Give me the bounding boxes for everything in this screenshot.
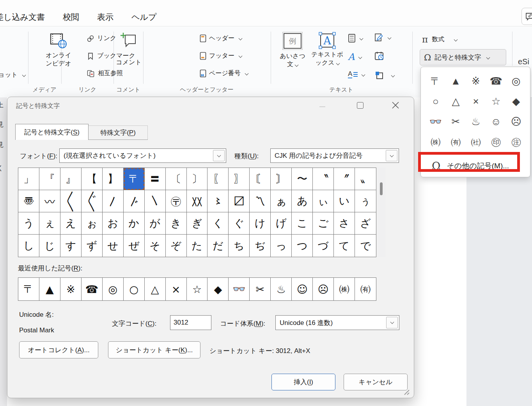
dropdown-symbol[interactable]: ☹ [506,111,526,132]
grid-cell[interactable]: 〕 [187,168,208,190]
grid-cell[interactable]: ぎ [187,212,208,235]
grid-cell[interactable]: 」 [18,168,39,190]
dropdown-symbol[interactable]: ✂ [446,111,466,132]
footer-button[interactable]: フッター [200,52,242,60]
menu-item[interactable]: 表示 [97,12,113,23]
dropdown-symbol[interactable]: ☎ [486,71,506,91]
partial-comment-button[interactable] [521,8,532,25]
grid-cell[interactable]: こ [292,212,313,235]
grid-cell[interactable]: つ [292,235,313,257]
recent-symbol-cell[interactable]: × [166,278,187,300]
grid-cell[interactable]: ち [229,235,250,257]
grid-cell[interactable]: 〳 [103,190,124,212]
grid-cell[interactable]: ぞ [166,235,187,257]
grid-cell[interactable]: 【 [82,168,103,190]
dropdown-symbol[interactable]: ☺ [486,111,506,132]
grid-cell[interactable]: ぐ [229,212,250,235]
grid-cell[interactable]: 〞 [334,168,355,190]
dropdown-symbol[interactable]: ㈲ [446,132,466,152]
grid-cell[interactable]: き [166,212,187,235]
grid-cell[interactable]: ぉ [82,212,103,235]
grid-cell-selected[interactable]: 〒 [124,168,145,190]
char-code-input[interactable] [170,315,211,330]
dropdown-symbol[interactable]: ◎ [506,71,526,91]
subset-combobox[interactable]: CJK 用の記号および分音記号 [270,148,399,163]
close-button[interactable] [390,100,401,110]
signature-line-button[interactable] [374,33,391,42]
grid-cell[interactable]: 〜 [292,168,313,190]
menu-item[interactable]: 差し込み文書 [0,12,45,23]
recent-symbol-cell[interactable]: ☹ [313,278,334,300]
grid-cell[interactable]: 〙 [271,168,292,190]
shortcut-key-button[interactable]: ショートカット キー(K)... [108,341,200,358]
grid-cell[interactable]: ご [313,212,334,235]
grid-cell[interactable]: っ [271,235,292,257]
grid-cell[interactable]: う [18,212,39,235]
dropdown-symbol[interactable]: ㈱ [426,132,446,152]
grid-cell[interactable]: せ [103,235,124,257]
recent-symbol-cell[interactable]: ☆ [187,278,208,300]
grid-cell[interactable]: す [60,235,82,257]
grid-cell[interactable]: 〗 [229,168,250,190]
grid-cell[interactable]: 〼 [229,190,250,212]
comment-button[interactable]: コメント [113,32,144,67]
grid-cell[interactable]: 〔 [166,168,187,190]
grid-cell[interactable]: ぁ [271,190,292,212]
dropdown-symbol[interactable]: ☆ [486,91,506,111]
grid-cell[interactable]: ぅ [355,190,376,212]
recent-symbol-cell[interactable]: △ [145,278,166,300]
recent-symbol-cell[interactable]: ○ [124,278,145,300]
dropdown-symbol[interactable]: ▲ [446,71,466,91]
recent-symbol-cell[interactable]: ☎ [82,278,103,300]
dropdown-symbol[interactable]: ※ [466,71,486,91]
recent-symbol-cell[interactable]: ㈱ [334,278,355,300]
grid-cell[interactable]: 〻 [207,190,229,212]
grid-cell[interactable]: げ [271,212,292,235]
recent-symbol-cell[interactable]: ※ [60,278,82,300]
recent-symbol-cell[interactable]: ✂ [250,278,271,300]
recent-symbol-cell[interactable]: ◎ [103,278,124,300]
grid-cell[interactable]: 〝 [313,168,334,190]
grid-scrollbar[interactable] [377,168,386,257]
grid-cell[interactable]: い [334,190,355,212]
quick-parts-button[interactable] [348,34,363,43]
grid-cell[interactable]: え [60,212,82,235]
recent-symbol-cell[interactable]: 👓 [229,278,250,300]
menu-item[interactable]: 校閲 [63,12,79,23]
grid-cell[interactable]: 〵 [145,190,166,212]
grid-cell[interactable]: ぢ [250,235,271,257]
code-system-dropdown-button[interactable] [386,317,398,328]
online-video-button[interactable]: オンラインビデオ [39,33,78,68]
scrollbar-thumb[interactable] [380,182,383,195]
insert-button[interactable]: 挿入(I) [271,374,335,390]
grid-cell[interactable]: て [334,235,355,257]
recent-symbol-cell[interactable]: 〒 [18,278,39,300]
dropdown-symbol[interactable]: △ [446,91,466,111]
autocorrect-button[interactable]: オートコレクト(A)... [19,341,98,358]
grid-cell[interactable]: 〖 [207,168,229,190]
drop-cap-button[interactable]: A [348,71,365,78]
dropdown-symbol[interactable]: ㊟ [506,132,526,152]
recent-symbol-cell[interactable]: ▲ [39,278,60,300]
header-button[interactable]: ヘッダー [200,34,242,42]
wordart-button[interactable]: A [348,51,362,62]
textbox-button[interactable]: A テキストボックス [310,31,344,67]
equation-button[interactable]: π 数式 [422,34,457,44]
grid-cell[interactable]: 〶 [166,190,187,212]
grid-cell[interactable]: 〓 [145,168,166,190]
grid-cell[interactable]: 〷 [187,190,208,212]
tab-symbols[interactable]: 記号と特殊文字(S) [15,124,89,140]
grid-cell[interactable]: か [124,212,145,235]
date-time-button[interactable] [374,51,385,61]
grid-cell[interactable]: ぇ [39,212,60,235]
grid-cell[interactable]: 〟 [355,168,376,190]
grid-cell[interactable]: ぜ [124,235,145,257]
grid-cell[interactable]: し [18,235,39,257]
grid-cell[interactable]: 〴 [124,190,145,212]
recent-symbol-cell[interactable]: ㈲ [355,278,376,300]
resize-grip[interactable] [402,388,410,395]
grid-cell[interactable]: づ [313,235,334,257]
grid-cell[interactable]: 〘 [250,168,271,190]
dropdown-symbol[interactable]: ♨ [466,111,486,132]
grid-cell[interactable]: そ [145,235,166,257]
